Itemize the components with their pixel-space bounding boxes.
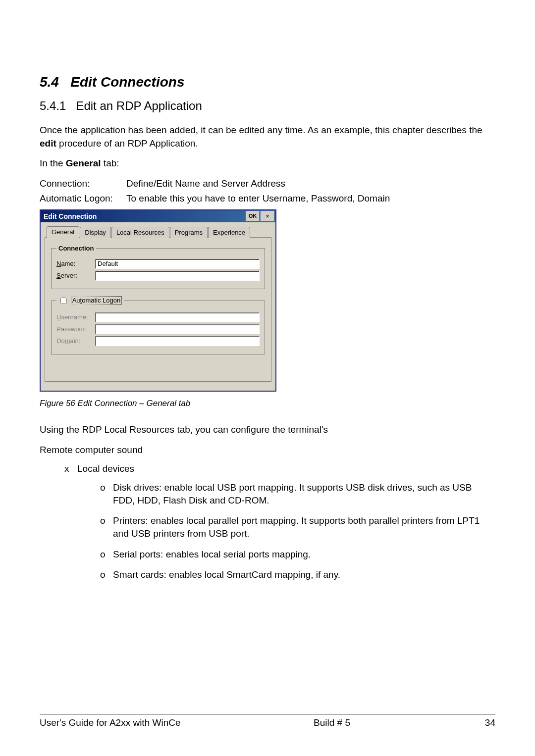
name-label: Name: (56, 260, 95, 267)
close-button[interactable]: × (261, 211, 274, 221)
server-input[interactable] (95, 271, 260, 281)
edit-connection-dialog: Edit Connection OK × General Display Loc… (40, 209, 276, 392)
connection-group-legend: Connection (56, 245, 96, 252)
close-icon: × (266, 213, 269, 219)
definition-connection-label: Connection: (40, 177, 126, 191)
subsection-title: Edit an RDP Application (76, 99, 202, 112)
tab-experience[interactable]: Experience (208, 227, 250, 238)
username-label: Username: (56, 313, 95, 321)
list-item-disk-drives: Disk drives: enable local USB port mappi… (100, 481, 495, 506)
row-domain: Domain: (56, 336, 260, 346)
intro-paragraph: Once the application has been added, it … (40, 124, 495, 150)
general-tab-lead: In the General tab: (40, 157, 495, 170)
password-label: Password: (56, 325, 95, 333)
list-item-printers: Printers: enables local parallel port ma… (100, 514, 495, 540)
definition-autologon: Automatic Logon: To enable this you have… (40, 192, 495, 205)
footer-left: User's Guide for A2xx with WinCe (40, 717, 208, 728)
list-item-serial-ports: Serial ports: enables local serial ports… (100, 548, 495, 561)
definition-autologon-label: Automatic Logon: (40, 192, 126, 205)
row-name: Name: (56, 259, 260, 269)
section-title: Edit Connections (70, 74, 184, 90)
dialog-body: General Display Local Resources Programs… (41, 222, 275, 391)
subsection-heading: 5.4.1 Edit an RDP Application (40, 99, 495, 113)
automatic-logon-group: Automatic Logon Username: Password: Doma… (51, 296, 265, 354)
server-label: Server: (56, 272, 95, 279)
tab-display[interactable]: Display (80, 227, 111, 238)
tab-programs[interactable]: Programs (170, 227, 208, 238)
section-number: 5.4 (40, 74, 59, 90)
device-list: Local devices Disk drives: enable local … (40, 463, 495, 581)
username-input[interactable] (95, 312, 260, 322)
tab-local-resources[interactable]: Local Resources (111, 227, 169, 238)
subsection-number: 5.4.1 (40, 99, 66, 112)
tab-general[interactable]: General (47, 226, 79, 238)
figure-caption: Figure 56 Edit Connection – General tab (40, 399, 495, 408)
footer-page: 34 (456, 717, 495, 728)
definition-autologon-value: To enable this you have to enter Usernam… (126, 192, 495, 205)
name-input[interactable] (95, 259, 260, 269)
automatic-logon-label: Automatic Logon (71, 296, 122, 304)
definition-connection: Connection: Define/Edit Name and Server … (40, 177, 495, 191)
device-sublist: Disk drives: enable local USB port mappi… (77, 481, 495, 581)
tabstrip: General Display Local Resources Programs… (45, 226, 271, 238)
automatic-logon-legend: Automatic Logon (56, 296, 124, 305)
dialog-titlebar[interactable]: Edit Connection OK × (41, 210, 275, 222)
automatic-logon-checkbox[interactable] (60, 298, 67, 304)
ok-button[interactable]: OK (246, 211, 260, 221)
page: 5.4 Edit Connections 5.4.1 Edit an RDP A… (0, 0, 535, 756)
local-resources-intro: Using the RDP Local Resources tab, you c… (40, 423, 495, 437)
password-input[interactable] (95, 324, 260, 334)
tabpanel-general: Connection Name: Server: Automatic Logon (45, 237, 271, 382)
domain-label: Domain: (56, 337, 95, 345)
page-footer: User's Guide for A2xx with WinCe Build #… (40, 714, 495, 728)
section-heading: 5.4 Edit Connections (40, 74, 495, 90)
row-server: Server: (56, 271, 260, 281)
connection-group: Connection Name: Server: (51, 245, 265, 289)
definition-connection-value: Define/Edit Name and Server Address (126, 177, 495, 191)
row-username: Username: (56, 312, 260, 322)
dialog-title: Edit Connection (44, 212, 97, 220)
row-password: Password: (56, 324, 260, 334)
remote-computer-sound: Remote computer sound (40, 444, 495, 457)
footer-center: Build # 5 (208, 717, 456, 728)
domain-input[interactable] (95, 336, 260, 346)
list-item-label: Local devices (77, 463, 134, 474)
list-item-smart-cards: Smart cards: enables local SmartCard map… (100, 568, 495, 581)
list-item-local-devices: Local devices Disk drives: enable local … (64, 463, 495, 581)
